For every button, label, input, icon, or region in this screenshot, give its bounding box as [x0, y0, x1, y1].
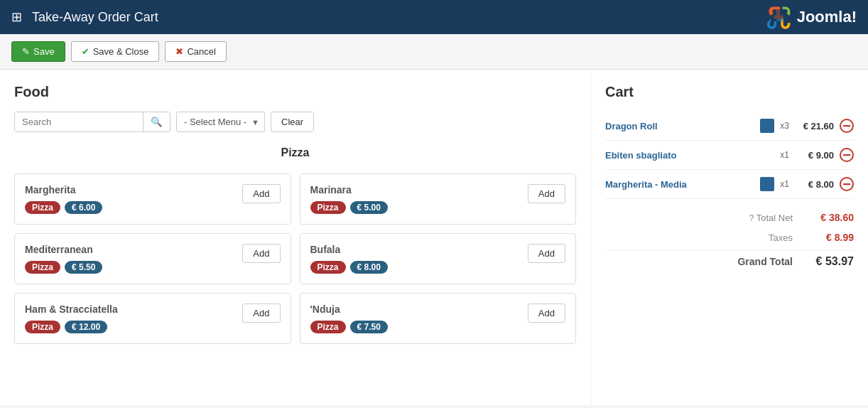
category-heading: Pizza: [14, 146, 576, 165]
remove-cart-item-button[interactable]: −: [840, 177, 854, 191]
remove-cart-item-button[interactable]: −: [840, 148, 854, 162]
check-icon: ✔: [82, 46, 89, 57]
food-name: Bufala: [310, 244, 388, 255]
taxes-label: Taxes: [769, 232, 793, 243]
price-tag: € 12.00: [65, 321, 107, 333]
food-info: Ham & Stracciatella Pizza € 12.00: [25, 304, 118, 333]
grid-icon: ⊞: [11, 9, 22, 25]
page-title: Take-Away Order Cart: [32, 10, 158, 25]
save-label: Save: [33, 46, 55, 57]
pizza-tag: Pizza: [310, 201, 346, 214]
cancel-label: Cancel: [187, 46, 215, 57]
cart-item-name: Margherita - Media: [605, 179, 754, 190]
header: ⊞ Take-Away Order Cart Joomla!: [0, 0, 868, 34]
food-tags: Pizza € 12.00: [25, 321, 118, 333]
food-info: Margherita Pizza € 6.00: [25, 184, 102, 214]
grand-total-row: Grand Total € 53.97: [605, 250, 854, 272]
taxes-value: € 8.99: [804, 232, 854, 243]
food-tags: Pizza € 8.00: [310, 261, 388, 274]
cart-item-thumbnail: [760, 177, 774, 191]
cart-item: Dragon Roll x3 € 21.60 −: [605, 112, 854, 141]
cart-item-name: Dragon Roll: [605, 121, 754, 131]
food-info: Mediterranean Pizza € 5.50: [25, 244, 102, 274]
price-tag: € 6.00: [65, 201, 102, 214]
cancel-button[interactable]: ✖ Cancel: [165, 41, 226, 62]
clear-button[interactable]: Clear: [271, 112, 314, 132]
pizza-tag: Pizza: [25, 201, 60, 214]
save-close-button[interactable]: ✔ Save & Close: [71, 41, 160, 62]
cart-items-list: Dragon Roll x3 € 21.60 − Ebiten sbagliat…: [605, 112, 854, 199]
grand-total-label: Grand Total: [737, 256, 793, 267]
food-card: Mediterranean Pizza € 5.50 Add: [14, 233, 291, 284]
joomla-logo: Joomla!: [767, 4, 857, 30]
joomla-text: Joomla!: [797, 8, 857, 26]
total-net-row: Total Net € 38.60: [605, 208, 854, 227]
pizza-tag: Pizza: [25, 321, 60, 333]
food-info: Marinara Pizza € 5.00: [310, 184, 388, 214]
cart-item: Margherita - Media x1 € 8.00 −: [605, 170, 854, 199]
search-icon: 🔍: [151, 117, 163, 127]
food-card: 'Nduja Pizza € 7.50 Add: [300, 293, 577, 344]
search-input-wrap: 🔍: [14, 112, 170, 132]
cart-item-name: Ebiten sbagliato: [605, 150, 774, 161]
header-left: ⊞ Take-Away Order Cart: [11, 9, 158, 25]
save-icon: ✎: [22, 46, 30, 57]
cart-item-price: € 9.00: [795, 150, 834, 161]
cart-item-qty: x1: [780, 150, 789, 160]
cart-totals: Total Net € 38.60 Taxes € 8.99 Grand Tot…: [605, 208, 854, 272]
food-card: Marinara Pizza € 5.00 Add: [300, 173, 577, 225]
taxes-row: Taxes € 8.99: [605, 227, 854, 247]
food-info: Bufala Pizza € 8.00: [310, 244, 388, 274]
food-card: Bufala Pizza € 8.00 Add: [300, 233, 577, 284]
food-tags: Pizza € 6.00: [25, 201, 102, 214]
pizza-tag: Pizza: [25, 261, 60, 274]
search-bar: 🔍 - Select Menu - ▼ Clear: [14, 112, 576, 132]
total-net-label: Total Net: [749, 213, 793, 223]
cart-item: Ebiten sbagliato x1 € 9.00 −: [605, 141, 854, 170]
main-content: Food 🔍 - Select Menu - ▼ Clear Pizza Mar…: [0, 70, 868, 405]
price-tag: € 5.00: [350, 201, 388, 214]
price-tag: € 8.00: [350, 261, 388, 274]
add-food-button[interactable]: Add: [242, 244, 280, 263]
price-tag: € 5.50: [65, 261, 102, 274]
pizza-tag: Pizza: [310, 261, 346, 274]
food-name: Marinara: [310, 184, 388, 195]
cart-item-price: € 21.60: [795, 121, 834, 131]
cart-item-qty: x1: [780, 179, 789, 189]
cart-item-qty: x3: [780, 121, 789, 131]
cancel-icon: ✖: [175, 46, 183, 57]
food-grid: Margherita Pizza € 6.00 Add Marinara Piz…: [14, 173, 576, 344]
food-name: Margherita: [25, 184, 102, 195]
add-food-button[interactable]: Add: [242, 304, 280, 323]
cart-panel: Cart Dragon Roll x3 € 21.60 − Ebiten sba…: [591, 70, 868, 405]
left-panel: Food 🔍 - Select Menu - ▼ Clear Pizza Mar…: [0, 70, 591, 405]
food-section-title: Food: [14, 84, 576, 100]
add-food-button[interactable]: Add: [528, 244, 565, 263]
joomla-icon-svg: [767, 4, 793, 30]
pizza-tag: Pizza: [310, 321, 346, 333]
search-button[interactable]: 🔍: [143, 112, 170, 131]
food-name: Mediterranean: [25, 244, 102, 255]
food-tags: Pizza € 5.00: [310, 201, 388, 214]
food-tags: Pizza € 5.50: [25, 261, 102, 274]
toolbar: ✎ Save ✔ Save & Close ✖ Cancel: [0, 34, 868, 70]
total-net-value: € 38.60: [804, 212, 854, 223]
food-info: 'Nduja Pizza € 7.50: [310, 304, 388, 333]
cart-item-price: € 8.00: [795, 179, 834, 190]
food-name: Ham & Stracciatella: [25, 304, 118, 315]
cart-item-thumbnail: [760, 119, 774, 133]
price-tag: € 7.50: [350, 321, 388, 333]
save-close-label: Save & Close: [93, 46, 149, 57]
grand-total-value: € 53.97: [804, 255, 854, 268]
food-name: 'Nduja: [310, 304, 388, 315]
save-button[interactable]: ✎ Save: [11, 41, 65, 62]
food-card: Ham & Stracciatella Pizza € 12.00 Add: [14, 293, 291, 344]
search-input[interactable]: [15, 112, 143, 131]
add-food-button[interactable]: Add: [242, 184, 280, 203]
add-food-button[interactable]: Add: [528, 304, 565, 323]
add-food-button[interactable]: Add: [528, 184, 565, 203]
cart-title: Cart: [605, 84, 854, 100]
food-card: Margherita Pizza € 6.00 Add: [14, 173, 291, 225]
remove-cart-item-button[interactable]: −: [840, 119, 854, 133]
menu-select[interactable]: - Select Menu -: [176, 112, 265, 132]
